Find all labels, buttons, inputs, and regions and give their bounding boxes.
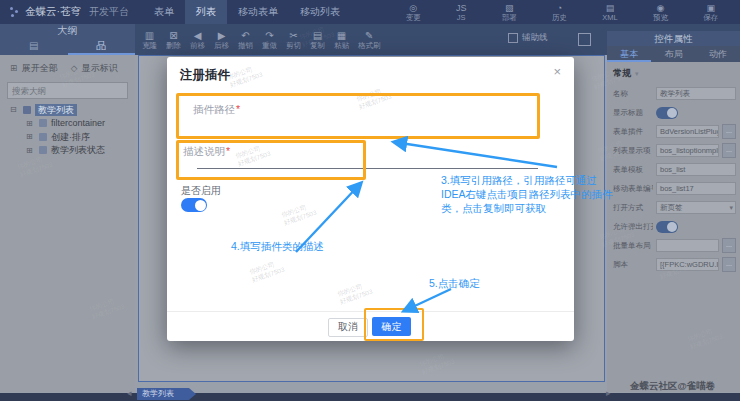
nav-action-label: 预览: [653, 13, 668, 22]
form-number-field[interactable]: bos_list17: [656, 182, 736, 195]
properties-tab[interactable]: 基本: [607, 46, 651, 62]
dialog-footer-divider: [167, 311, 574, 312]
toolbar-button[interactable]: ▤ 复制: [310, 30, 325, 50]
name-field[interactable]: 教学列表: [656, 87, 736, 100]
enabled-toggle[interactable]: [181, 198, 207, 212]
org-tree-icon: 品: [96, 40, 106, 51]
tree-node[interactable]: ⊞ filtercontainer: [0, 117, 135, 131]
cancel-button[interactable]: 取消: [328, 318, 368, 337]
guides-checkbox[interactable]: [508, 33, 518, 43]
canvas-toolbar: ▥ 克隆 ⊠ 删除 ◀ 前移 ▶ 后移 ↶ 撤销 ↷ 重做 ✂ 剪切 ▤ 复制 …: [142, 24, 381, 55]
nav-tab[interactable]: 移动表单: [227, 0, 289, 24]
plugin-desc-label: 描述说明*: [183, 145, 230, 159]
layers-icon: ▤: [29, 40, 38, 51]
script-more-button[interactable]: ...: [722, 257, 736, 272]
nav-action-label: 部署: [502, 13, 517, 22]
form-template-field[interactable]: bos_list: [656, 163, 736, 176]
tree-node-label: 创建·排序: [51, 131, 90, 143]
toolbar-button[interactable]: ⊠ 删除: [166, 30, 181, 50]
tree-node-label: filtercontainer: [51, 117, 105, 129]
outline-sidebar: ⊞ 展开全部 ◇ 显示标识 ⊟ 教学列表 ⊞ filtercontainer ⊞…: [0, 55, 135, 392]
nav-tab[interactable]: 表单: [143, 0, 185, 24]
dialog-title: 注册插件: [180, 67, 230, 84]
nav-tab[interactable]: 列表: [185, 0, 227, 24]
toolbar-button[interactable]: ↶ 撤销: [238, 30, 253, 50]
ok-button[interactable]: 确定: [372, 317, 411, 336]
bottom-page-tab[interactable]: 教学列表: [137, 388, 196, 400]
popup-open-toggle[interactable]: [656, 221, 678, 233]
nav-actions: ◎ 变更 JS JS ▧ 部署 ◔ 历史 ▤ XML ◉ 预览 ▣ 保存: [388, 3, 740, 22]
required-mark: *: [236, 103, 240, 115]
nav-tab[interactable]: 移动列表: [289, 0, 351, 24]
prop-row-script: 脚本 [{FPKC:wGDRU.IoT:Typ ...: [613, 258, 736, 271]
toolbar-icon: ▤: [313, 30, 322, 41]
tab-scroll-left-icon[interactable]: ◂: [127, 388, 132, 398]
brand-title: 金蝶云·苍穹: [25, 5, 81, 19]
outline-search-box: [7, 82, 128, 99]
toolbar-button[interactable]: ↷ 重做: [262, 30, 277, 50]
toolbar-icon: ✂: [289, 30, 297, 41]
show-title-toggle[interactable]: [656, 107, 678, 119]
tree-node[interactable]: ⊟ 教学列表: [0, 103, 135, 117]
expand-all-link[interactable]: ⊞ 展开全部: [10, 62, 58, 75]
toolbar-button[interactable]: ◀ 前移: [190, 30, 205, 50]
nav-action-button[interactable]: ▧ 部署: [502, 3, 517, 22]
script-field[interactable]: [{FPKC:wGDRU.IoT:Typ: [656, 258, 719, 271]
toolbar-label: 格式刷: [358, 41, 381, 50]
guides-option[interactable]: 辅助线: [508, 32, 548, 44]
properties-panel-title: 控件属性: [607, 31, 740, 46]
outline-tree-tab[interactable]: 品: [68, 38, 136, 55]
tree-expander-icon[interactable]: ⊟: [10, 105, 19, 114]
outline-search-input[interactable]: [8, 86, 127, 96]
list-option-more-button[interactable]: ...: [722, 143, 736, 158]
nav-action-label: XML: [602, 13, 617, 22]
nav-action-button[interactable]: ▣ 保存: [703, 3, 718, 22]
nav-action-label: 历史: [552, 13, 567, 22]
nav-action-label: 变更: [406, 13, 421, 22]
nav-action-label: 保存: [703, 13, 718, 22]
batch-layout-field[interactable]: [656, 239, 719, 252]
properties-panel: 常规 ▾ 名称 教学列表 显示标题 表单插件 BdVersionListPlug…: [607, 62, 740, 392]
properties-tab[interactable]: 动作: [696, 46, 740, 62]
nav-action-button[interactable]: ◔ 历史: [552, 3, 567, 22]
batch-layout-more-button[interactable]: ...: [722, 238, 736, 253]
open-mode-select[interactable]: 新页签▾: [656, 201, 736, 214]
nav-action-button[interactable]: ◎ 变更: [406, 3, 421, 22]
prop-row-name: 名称 教学列表: [613, 87, 736, 100]
properties-section-header[interactable]: 常规 ▾: [607, 62, 740, 81]
toolbar-label: 克隆: [142, 41, 157, 50]
toolbar-button[interactable]: ▶ 后移: [214, 30, 229, 50]
tree-expander-icon[interactable]: ⊞: [26, 132, 35, 141]
desc-input[interactable]: [197, 168, 538, 169]
nav-action-icon: ◔: [557, 3, 562, 13]
properties-tab[interactable]: 布局: [651, 46, 695, 62]
toolbar-icon: ↶: [241, 30, 249, 41]
nav-action-button[interactable]: JS JS: [456, 3, 467, 22]
node-type-icon: [39, 119, 47, 127]
toolbar-icon: ◀: [194, 30, 202, 41]
tree-node-label: 教学列表状态: [51, 144, 105, 156]
tree-node[interactable]: ⊞ 创建·排序: [0, 130, 135, 144]
tree-expander-icon[interactable]: ⊞: [26, 146, 35, 155]
nav-action-button[interactable]: ▤ XML: [602, 3, 617, 22]
tree-node[interactable]: ⊞ 教学列表状态: [0, 144, 135, 158]
nav-action-button[interactable]: ◉ 预览: [653, 3, 668, 22]
toolbar-button[interactable]: ✂ 剪切: [286, 30, 301, 50]
list-option-field[interactable]: bos_listoptionmpl: [656, 144, 719, 157]
toolbar-button[interactable]: ▥ 克隆: [142, 30, 157, 50]
fullscreen-icon[interactable]: [578, 33, 591, 46]
close-icon[interactable]: ×: [553, 64, 561, 79]
form-plugin-more-button[interactable]: ...: [722, 124, 736, 139]
toolbar-icon: ⊠: [169, 30, 177, 41]
nav-action-icon: ▧: [505, 3, 514, 13]
toolbar-button[interactable]: ✎ 格式刷: [358, 30, 381, 50]
toolbar-label: 粘贴: [334, 41, 349, 50]
tab-scroll-right-icon[interactable]: ▸: [606, 388, 611, 398]
form-plugin-field[interactable]: BdVersionListPlugin,BaseE: [656, 125, 719, 138]
community-credit: 金蝶云社区@雀喵卷: [630, 380, 715, 393]
toolbar-label: 复制: [310, 41, 325, 50]
tree-expander-icon[interactable]: ⊞: [26, 119, 35, 128]
outline-components-tab[interactable]: ▤: [0, 38, 68, 55]
show-id-link[interactable]: ◇ 显示标识: [71, 62, 118, 75]
toolbar-button[interactable]: ▦ 粘贴: [334, 30, 349, 50]
